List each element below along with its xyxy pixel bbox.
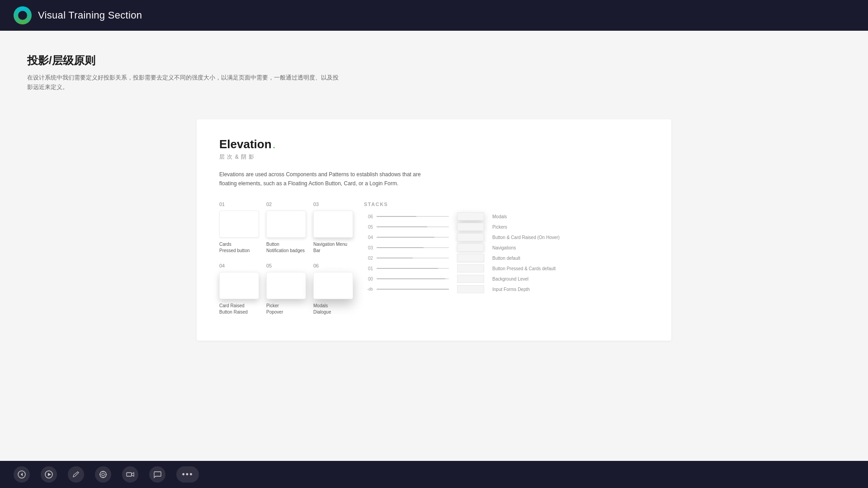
card-box-01 [219,211,259,238]
stack-bar-00 [377,278,449,279]
stack-row-00: 00 Background Level [364,275,649,283]
stack-row-04: 04 Button & Card Raised (On Hover) [364,233,649,241]
cards-left: 01 CardsPressed button 02 ButtonNotifica… [219,202,346,323]
elevation-dot: . [273,137,276,151]
stack-label-04: Button & Card Raised (On Hover) [492,235,560,240]
stack-bar-04 [377,237,449,238]
stack-bar-db [377,289,449,290]
stack-row-01: 01 Button Pressed & Cards default [364,264,649,272]
svg-point-4 [100,471,106,478]
card-box-06 [313,272,353,299]
play-button[interactable] [41,466,57,483]
stack-num-04: 04 [364,235,373,240]
svg-marker-3 [48,473,51,476]
stack-bar-06 [377,216,449,217]
cards-row-1: 01 CardsPressed button 02 ButtonNotifica… [219,202,346,254]
stack-num-01: 01 [364,266,373,271]
stack-shadow-04 [457,233,484,241]
card-number-01: 01 [219,202,259,207]
app-logo [14,6,32,24]
card-item-01: 01 CardsPressed button [219,202,259,254]
stack-bar-03 [377,247,449,248]
target-button[interactable] [95,466,111,483]
card-item-06: 06 ModalsDialogue [313,263,353,315]
stack-row-03: 03 Navigations [364,244,649,252]
stack-num-00: 00 [364,277,373,282]
stack-shadow-db [457,285,484,293]
card-box-02 [266,211,306,238]
stack-bar-02 [377,258,449,258]
card-item-04: 04 Card RaisedButton Raised [219,263,259,315]
stack-num-02: 02 [364,256,373,261]
elevation-subtitle: 层 次 & 阴 影 [219,153,649,161]
stack-num-db: -db [364,287,373,291]
video-button[interactable] [122,466,138,483]
page-title: 投影/层级原则 [27,53,841,68]
stack-row-db: -db Input Forms Depth [364,285,649,293]
elevation-full-layout: 01 CardsPressed button 02 ButtonNotifica… [219,202,649,323]
card-label-06: ModalsDialogue [313,303,353,315]
elevation-title: Elevation [219,137,272,151]
svg-marker-1 [21,473,23,476]
card-item-02: 02 ButtonNotification badges [266,202,306,254]
stack-label-00: Background Level [492,277,528,282]
stack-num-05: 05 [364,225,373,230]
stack-bar-05 [377,226,449,227]
stack-label-02: Button default [492,256,528,261]
card-box-04 [219,272,259,299]
taskbar: ••• [0,461,868,488]
stack-label-03: Navigations [492,245,528,250]
card-label-03: Navigation MenuBar [313,241,353,254]
page-description: 在设计系统中我们需要定义好投影关系，投影需要去定义不同的强度大小，以满足页面中需… [27,73,344,92]
stack-row-06: 06 Modals [364,212,649,221]
stack-num-03: 03 [364,245,373,250]
card-item-05: 05 PickerPopover [266,263,306,315]
card-label-02: ButtonNotification badges [266,241,306,254]
card-label-01: CardsPressed button [219,241,259,254]
logo-inner [18,11,27,20]
back-button[interactable] [14,466,30,483]
card-number-05: 05 [266,263,306,268]
cards-row-2: 04 Card RaisedButton Raised 05 PickerPop… [219,263,346,315]
svg-point-5 [102,473,104,476]
stack-shadow-06 [457,212,484,221]
card-item-03: 03 Navigation MenuBar [313,202,353,254]
card-number-03: 03 [313,202,353,207]
card-number-06: 06 [313,263,353,268]
stack-shadow-01 [457,264,484,272]
elevation-description: Elevations are used across Components an… [219,170,427,188]
elevation-header: Elevation. 层 次 & 阴 影 [219,137,649,161]
more-dots: ••• [182,470,193,479]
elevation-section: Elevation. 层 次 & 阴 影 Elevations are used… [197,119,671,341]
app-header: Visual Training Section [0,0,868,31]
more-button[interactable]: ••• [176,466,199,483]
app-title: Visual Training Section [38,9,142,21]
stack-row-02: 02 Button default [364,254,649,262]
card-box-05 [266,272,306,299]
edit-button[interactable] [68,466,84,483]
stack-bar-01 [377,268,449,269]
stack-num-06: 06 [364,214,373,219]
card-number-02: 02 [266,202,306,207]
stacks-container: STACKS 06 Modals 05 [364,202,649,296]
chat-button[interactable] [149,466,165,483]
stack-shadow-03 [457,244,484,252]
card-box-03 [313,211,353,238]
stack-label-06: Modals [492,214,528,219]
card-label-04: Card RaisedButton Raised [219,303,259,315]
stack-row-05: 05 Pickers [364,223,649,231]
stack-label-01: Button Pressed & Cards default [492,266,556,271]
card-number-04: 04 [219,263,259,268]
stack-label-db: Input Forms Depth [492,287,530,292]
stack-shadow-05 [457,223,484,231]
stack-shadow-00 [457,275,484,283]
stack-shadow-02 [457,254,484,262]
svg-rect-10 [127,473,132,476]
card-label-05: PickerPopover [266,303,306,315]
stacks-title: STACKS [364,202,649,207]
main-content: 投影/层级原则 在设计系统中我们需要定义好投影关系，投影需要去定义不同的强度大小… [0,31,868,461]
stack-label-05: Pickers [492,225,528,230]
